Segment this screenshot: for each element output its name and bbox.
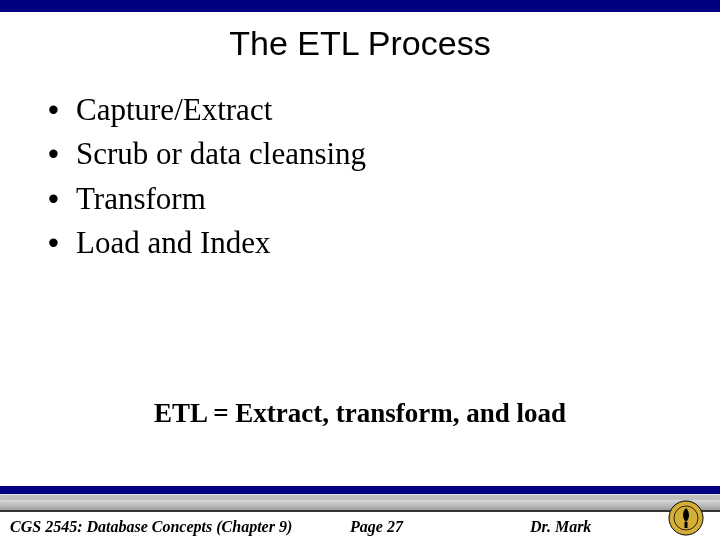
- bullet-label: Transform: [76, 179, 648, 219]
- summary-text: ETL = Extract, transform, and load: [0, 398, 720, 429]
- svg-rect-2: [685, 522, 688, 528]
- footer-course: CGS 2545: Database Concepts (Chapter 9): [10, 518, 350, 536]
- bullet-icon: •: [48, 90, 76, 130]
- slide-body: • Capture/Extract • Scrub or data cleans…: [48, 90, 648, 267]
- bullet-label: Load and Index: [76, 223, 648, 263]
- bullet-icon: •: [48, 134, 76, 174]
- footer-author: Dr. Mark: [530, 518, 650, 536]
- bullet-item: • Load and Index: [48, 223, 648, 263]
- bullet-item: • Scrub or data cleansing: [48, 134, 648, 174]
- seal-icon: [668, 500, 704, 536]
- bullet-icon: •: [48, 179, 76, 219]
- bullet-icon: •: [48, 223, 76, 263]
- bullet-item: • Transform: [48, 179, 648, 219]
- footer: CGS 2545: Database Concepts (Chapter 9) …: [10, 518, 710, 536]
- slide-title: The ETL Process: [0, 24, 720, 63]
- slide: The ETL Process • Capture/Extract • Scru…: [0, 0, 720, 540]
- top-bar: [0, 0, 720, 12]
- footer-bars: [0, 486, 720, 512]
- footer-page: Page 27: [350, 518, 530, 536]
- bullet-label: Scrub or data cleansing: [76, 134, 648, 174]
- bullet-label: Capture/Extract: [76, 90, 648, 130]
- bullet-item: • Capture/Extract: [48, 90, 648, 130]
